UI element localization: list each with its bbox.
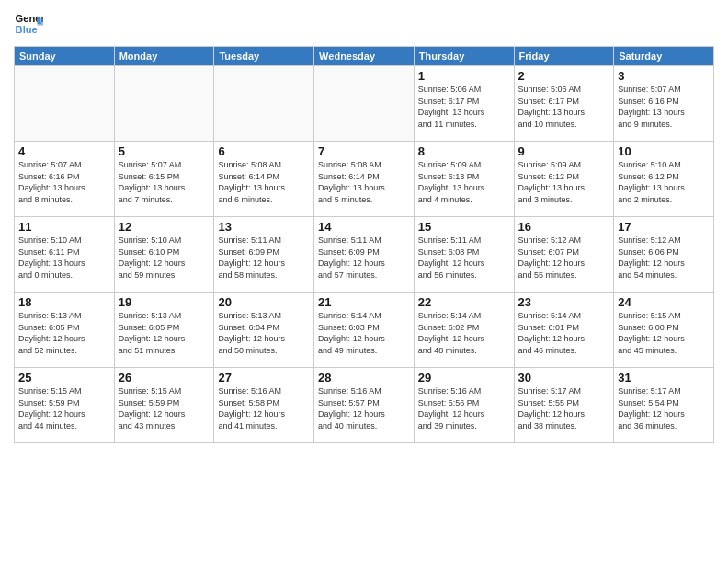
day-cell: 6Sunrise: 5:08 AM Sunset: 6:14 PM Daylig… — [214, 142, 314, 217]
day-cell: 25Sunrise: 5:15 AM Sunset: 5:59 PM Dayli… — [15, 368, 115, 443]
day-cell: 23Sunrise: 5:14 AM Sunset: 6:01 PM Dayli… — [514, 293, 614, 368]
day-cell: 22Sunrise: 5:14 AM Sunset: 6:02 PM Dayli… — [414, 293, 514, 368]
day-info: Sunrise: 5:12 AM Sunset: 6:07 PM Dayligh… — [518, 235, 610, 281]
day-number: 6 — [218, 144, 310, 158]
day-number: 26 — [119, 371, 210, 385]
day-info: Sunrise: 5:11 AM Sunset: 6:09 PM Dayligh… — [218, 235, 310, 281]
week-row-1: 4Sunrise: 5:07 AM Sunset: 6:16 PM Daylig… — [15, 142, 714, 217]
day-cell: 20Sunrise: 5:13 AM Sunset: 6:04 PM Dayli… — [214, 293, 314, 368]
day-cell: 9Sunrise: 5:09 AM Sunset: 6:12 PM Daylig… — [514, 142, 614, 217]
col-header-tuesday: Tuesday — [214, 47, 314, 66]
day-cell: 4Sunrise: 5:07 AM Sunset: 6:16 PM Daylig… — [15, 142, 115, 217]
day-number: 5 — [119, 144, 210, 158]
day-number: 3 — [618, 69, 710, 83]
day-cell: 15Sunrise: 5:11 AM Sunset: 6:08 PM Dayli… — [414, 217, 514, 293]
day-info: Sunrise: 5:11 AM Sunset: 6:09 PM Dayligh… — [318, 235, 410, 281]
day-number: 11 — [18, 220, 110, 234]
day-number: 30 — [518, 371, 610, 385]
day-cell: 21Sunrise: 5:14 AM Sunset: 6:03 PM Dayli… — [314, 293, 415, 368]
logo-icon: General Blue — [14, 9, 43, 39]
day-cell: 12Sunrise: 5:10 AM Sunset: 6:10 PM Dayli… — [114, 217, 214, 293]
day-number: 23 — [518, 295, 610, 309]
day-info: Sunrise: 5:14 AM Sunset: 6:02 PM Dayligh… — [418, 310, 510, 356]
day-number: 12 — [119, 220, 210, 234]
day-info: Sunrise: 5:14 AM Sunset: 6:01 PM Dayligh… — [518, 310, 610, 356]
day-info: Sunrise: 5:08 AM Sunset: 6:14 PM Dayligh… — [218, 159, 310, 205]
day-cell — [214, 66, 314, 142]
day-info: Sunrise: 5:13 AM Sunset: 6:05 PM Dayligh… — [18, 310, 110, 356]
day-cell: 19Sunrise: 5:13 AM Sunset: 6:05 PM Dayli… — [114, 293, 214, 368]
day-number: 14 — [318, 220, 410, 234]
day-number: 7 — [318, 144, 410, 158]
day-info: Sunrise: 5:15 AM Sunset: 6:00 PM Dayligh… — [618, 310, 710, 356]
day-cell: 17Sunrise: 5:12 AM Sunset: 6:06 PM Dayli… — [614, 217, 714, 293]
day-cell: 10Sunrise: 5:10 AM Sunset: 6:12 PM Dayli… — [614, 142, 714, 217]
day-info: Sunrise: 5:10 AM Sunset: 6:10 PM Dayligh… — [119, 235, 210, 281]
calendar-table: SundayMondayTuesdayWednesdayThursdayFrid… — [14, 46, 714, 443]
day-info: Sunrise: 5:06 AM Sunset: 6:17 PM Dayligh… — [418, 84, 510, 130]
day-info: Sunrise: 5:16 AM Sunset: 5:57 PM Dayligh… — [318, 385, 410, 431]
day-cell: 24Sunrise: 5:15 AM Sunset: 6:00 PM Dayli… — [614, 293, 714, 368]
day-info: Sunrise: 5:09 AM Sunset: 6:13 PM Dayligh… — [418, 159, 510, 205]
col-header-friday: Friday — [514, 47, 614, 66]
col-header-wednesday: Wednesday — [314, 47, 415, 66]
day-info: Sunrise: 5:06 AM Sunset: 6:17 PM Dayligh… — [518, 84, 610, 130]
day-cell — [15, 66, 115, 142]
day-info: Sunrise: 5:07 AM Sunset: 6:16 PM Dayligh… — [618, 84, 710, 130]
day-info: Sunrise: 5:15 AM Sunset: 5:59 PM Dayligh… — [18, 385, 110, 431]
col-header-sunday: Sunday — [15, 47, 115, 66]
day-info: Sunrise: 5:12 AM Sunset: 6:06 PM Dayligh… — [618, 235, 710, 281]
page-header: General Blue — [14, 9, 714, 39]
day-info: Sunrise: 5:14 AM Sunset: 6:03 PM Dayligh… — [318, 310, 410, 356]
day-number: 10 — [618, 144, 710, 158]
day-number: 13 — [218, 220, 310, 234]
day-number: 25 — [18, 371, 110, 385]
day-info: Sunrise: 5:16 AM Sunset: 5:58 PM Dayligh… — [218, 385, 310, 431]
calendar-header-row: SundayMondayTuesdayWednesdayThursdayFrid… — [15, 47, 714, 66]
day-cell: 31Sunrise: 5:17 AM Sunset: 5:54 PM Dayli… — [614, 368, 714, 443]
day-cell: 3Sunrise: 5:07 AM Sunset: 6:16 PM Daylig… — [614, 66, 714, 142]
day-number: 19 — [119, 295, 210, 309]
day-info: Sunrise: 5:16 AM Sunset: 5:56 PM Dayligh… — [418, 385, 510, 431]
day-info: Sunrise: 5:07 AM Sunset: 6:15 PM Dayligh… — [119, 159, 210, 205]
day-info: Sunrise: 5:17 AM Sunset: 5:55 PM Dayligh… — [518, 385, 610, 431]
day-number: 20 — [218, 295, 310, 309]
day-cell: 30Sunrise: 5:17 AM Sunset: 5:55 PM Dayli… — [514, 368, 614, 443]
day-info: Sunrise: 5:17 AM Sunset: 5:54 PM Dayligh… — [618, 385, 710, 431]
day-info: Sunrise: 5:10 AM Sunset: 6:12 PM Dayligh… — [618, 159, 710, 205]
day-number: 17 — [618, 220, 710, 234]
day-cell: 29Sunrise: 5:16 AM Sunset: 5:56 PM Dayli… — [414, 368, 514, 443]
week-row-3: 18Sunrise: 5:13 AM Sunset: 6:05 PM Dayli… — [15, 293, 714, 368]
day-cell: 11Sunrise: 5:10 AM Sunset: 6:11 PM Dayli… — [15, 217, 115, 293]
svg-marker-3 — [38, 18, 43, 26]
col-header-thursday: Thursday — [414, 47, 514, 66]
day-number: 8 — [418, 144, 510, 158]
day-cell: 1Sunrise: 5:06 AM Sunset: 6:17 PM Daylig… — [414, 66, 514, 142]
day-number: 4 — [18, 144, 110, 158]
day-number: 22 — [418, 295, 510, 309]
day-number: 18 — [18, 295, 110, 309]
day-number: 29 — [418, 371, 510, 385]
day-info: Sunrise: 5:09 AM Sunset: 6:12 PM Dayligh… — [518, 159, 610, 205]
day-info: Sunrise: 5:08 AM Sunset: 6:14 PM Dayligh… — [318, 159, 410, 205]
svg-text:Blue: Blue — [16, 24, 38, 35]
col-header-monday: Monday — [114, 47, 214, 66]
day-number: 27 — [218, 371, 310, 385]
day-info: Sunrise: 5:13 AM Sunset: 6:05 PM Dayligh… — [119, 310, 210, 356]
day-info: Sunrise: 5:07 AM Sunset: 6:16 PM Dayligh… — [18, 159, 110, 205]
day-cell: 5Sunrise: 5:07 AM Sunset: 6:15 PM Daylig… — [114, 142, 214, 217]
day-number: 15 — [418, 220, 510, 234]
col-header-saturday: Saturday — [614, 47, 714, 66]
day-cell: 13Sunrise: 5:11 AM Sunset: 6:09 PM Dayli… — [214, 217, 314, 293]
week-row-2: 11Sunrise: 5:10 AM Sunset: 6:11 PM Dayli… — [15, 217, 714, 293]
day-number: 2 — [518, 69, 610, 83]
day-number: 16 — [518, 220, 610, 234]
day-number: 9 — [518, 144, 610, 158]
day-info: Sunrise: 5:11 AM Sunset: 6:08 PM Dayligh… — [418, 235, 510, 281]
day-cell — [314, 66, 415, 142]
day-cell: 26Sunrise: 5:15 AM Sunset: 5:59 PM Dayli… — [114, 368, 214, 443]
calendar-body: 1Sunrise: 5:06 AM Sunset: 6:17 PM Daylig… — [15, 66, 714, 443]
day-cell: 14Sunrise: 5:11 AM Sunset: 6:09 PM Dayli… — [314, 217, 415, 293]
day-cell: 2Sunrise: 5:06 AM Sunset: 6:17 PM Daylig… — [514, 66, 614, 142]
day-cell — [114, 66, 214, 142]
